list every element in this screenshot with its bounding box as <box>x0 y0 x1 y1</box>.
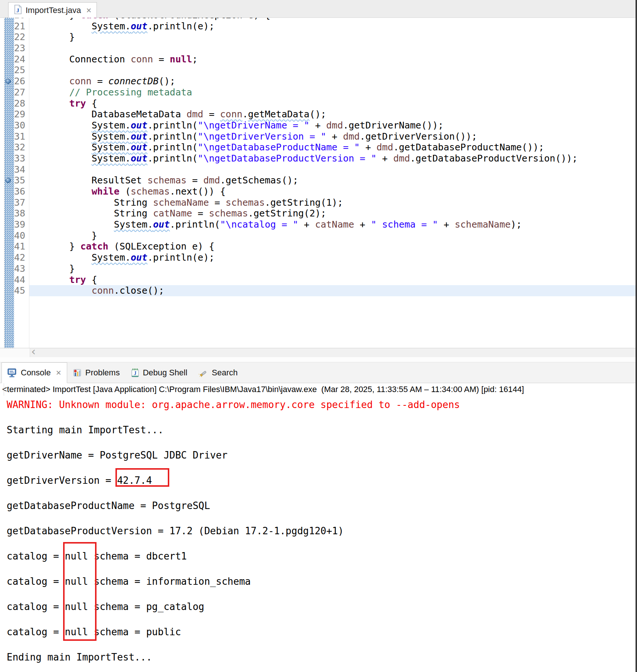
console-status-line: <terminated> ImportTest [Java Applicatio… <box>0 383 637 396</box>
code-line[interactable]: 35 ResultSet schemas = dmd.getSchemas(); <box>0 175 637 186</box>
code-line[interactable]: 39 System.out.println("\ncatalog = " + c… <box>0 219 637 230</box>
console-line: WARNING: Unknown module: org.apache.arro… <box>7 398 637 411</box>
debug-shell-icon: J <box>131 368 139 378</box>
java-file-icon: J <box>14 4 22 16</box>
code-line[interactable]: 29 DatabaseMetaData dmd = conn.getMetaDa… <box>0 109 637 120</box>
code-line[interactable]: 41 } catch (SQLException e) { <box>0 241 637 252</box>
code-text: System.out.println(e); <box>0 252 637 263</box>
code-text: try { <box>0 98 637 109</box>
code-line[interactable]: 21 System.out.println(e); <box>0 21 637 32</box>
code-line[interactable]: 25 <box>0 65 637 76</box>
console-line: catalog = null schema = public <box>7 626 637 638</box>
console-line: Starting main ImportTest... <box>7 424 637 436</box>
tab-problems-label: Problems <box>85 368 120 378</box>
console-line <box>7 487 637 499</box>
eclipse-ide-window: J ImportTest.java × 20 } catch (ClassNot… <box>0 0 637 672</box>
console-line <box>7 562 637 575</box>
code-text: String schemaName = schemas.getString(1)… <box>0 197 637 208</box>
code-line[interactable]: 28 try { <box>0 98 637 109</box>
console-output[interactable]: WARNING: Unknown module: org.apache.arro… <box>0 396 637 672</box>
editor-tab-title: ImportTest.java <box>26 6 81 15</box>
console-line: catalog = null schema = dbcert1 <box>7 550 637 562</box>
tab-console-label: Console <box>21 368 51 378</box>
console-line: getDriverVersion = 42.7.4 <box>7 474 637 487</box>
tab-problems[interactable]: Problems <box>67 362 125 383</box>
problems-icon <box>73 368 82 377</box>
code-text: } catch (ClassNotFoundException e) { <box>0 18 637 21</box>
svg-text:J: J <box>16 7 19 13</box>
scroll-left-chevron-icon[interactable]: ‹ <box>31 346 36 357</box>
line-number[interactable]: 25 <box>11 65 25 76</box>
code-text: System.out.println("\ngetDriverName = " … <box>0 120 637 131</box>
code-text: ResultSet schemas = dmd.getSchemas(); <box>0 175 637 186</box>
code-line[interactable]: 26 conn = connectDB(); <box>0 76 637 87</box>
code-line[interactable]: 38 String catName = schemas.getString(2)… <box>0 208 637 219</box>
code-text: conn = connectDB(); <box>0 76 637 87</box>
tab-debug-shell-label: Debug Shell <box>143 368 187 378</box>
tab-importtest-java[interactable]: J ImportTest.java × <box>8 2 97 18</box>
console-line: getDatabaseProductVersion = 17.2 (Debian… <box>7 525 637 537</box>
console-line <box>7 613 637 626</box>
close-icon[interactable]: × <box>86 6 91 15</box>
console-line <box>7 411 637 424</box>
code-line[interactable]: 30 System.out.println("\ngetDriverName =… <box>0 120 637 131</box>
close-icon[interactable]: × <box>56 368 61 377</box>
code-text: } <box>0 263 637 274</box>
console-tab-bar: Console × Problems J <box>0 362 637 383</box>
code-lines: 20 } catch (ClassNotFoundException e) {2… <box>0 18 637 296</box>
code-line[interactable]: 42 System.out.println(e); <box>0 252 637 263</box>
scrollbar-corner <box>0 348 30 357</box>
console-line <box>7 461 637 474</box>
code-text: System.out.println("\ncatalog = " + catN… <box>0 219 637 230</box>
search-flashlight-icon <box>199 368 208 378</box>
code-line[interactable]: 20 } catch (ClassNotFoundException e) { <box>0 18 637 21</box>
editor-horizontal-scrollbar[interactable]: ‹ <box>0 348 637 357</box>
code-text: } <box>0 230 637 241</box>
code-text: DatabaseMetaData dmd = conn.getMetaData(… <box>0 109 637 120</box>
console-line: catalog = null schema = pg_catalog <box>7 600 637 613</box>
code-text: System.out.println("\ngetDatabaseProduct… <box>0 153 637 164</box>
annotation-null-values-box <box>63 542 97 641</box>
code-line[interactable]: 31 System.out.println("\ngetDriverVersio… <box>0 131 637 142</box>
code-line[interactable]: 44 try { <box>0 274 637 286</box>
console-line: Ending main ImportTest... <box>7 651 637 663</box>
annotation-driver-version-box <box>115 468 169 487</box>
code-text: Connection conn = null; <box>0 54 637 65</box>
code-line[interactable]: 45 conn.close(); <box>0 285 637 296</box>
tab-debug-shell[interactable]: J Debug Shell <box>125 362 193 383</box>
code-line[interactable]: 27 // Processing metadata <box>0 87 637 98</box>
code-text: System.out.println(e); <box>0 21 637 32</box>
console-line: getDriverName = PostgreSQL JDBC Driver <box>7 449 637 461</box>
console-line <box>7 588 637 600</box>
console-line <box>7 436 637 449</box>
code-text: while (schemas.next()) { <box>0 186 637 197</box>
svg-text:J: J <box>134 371 136 376</box>
code-line[interactable]: 36 while (schemas.next()) { <box>0 186 637 197</box>
view-separator <box>0 357 637 362</box>
console-line <box>7 638 637 651</box>
code-text: } catch (SQLException e) { <box>0 241 637 252</box>
code-line[interactable]: 23 <box>0 43 637 54</box>
code-line[interactable]: 32 System.out.println("\ngetDatabaseProd… <box>0 142 637 153</box>
line-number[interactable]: 34 <box>11 164 25 175</box>
code-text: conn.close(); <box>0 285 637 296</box>
code-line[interactable]: 37 String schemaName = schemas.getString… <box>0 197 637 208</box>
console-line: catalog = null schema = information_sche… <box>7 575 637 588</box>
tab-search[interactable]: Search <box>193 362 244 383</box>
code-editor[interactable]: 20 } catch (ClassNotFoundException e) {2… <box>0 18 637 348</box>
console-line <box>7 512 637 525</box>
tab-console[interactable]: Console × <box>1 362 67 383</box>
code-line[interactable]: 24 Connection conn = null; <box>0 54 637 65</box>
code-line[interactable]: 34 <box>0 164 637 175</box>
line-number[interactable]: 23 <box>11 43 25 54</box>
console-icon <box>7 368 17 378</box>
editor-tab-bar: J ImportTest.java × <box>0 0 637 18</box>
code-line[interactable]: 40 } <box>0 230 637 241</box>
code-line[interactable]: 43 } <box>0 263 637 274</box>
console-line <box>7 537 637 550</box>
code-text: // Processing metadata <box>0 87 637 98</box>
code-line[interactable]: 33 System.out.println("\ngetDatabaseProd… <box>0 153 637 164</box>
code-line[interactable]: 22 } <box>0 32 637 43</box>
code-text: System.out.println("\ngetDatabaseProduct… <box>0 142 637 153</box>
tab-search-label: Search <box>212 368 238 378</box>
